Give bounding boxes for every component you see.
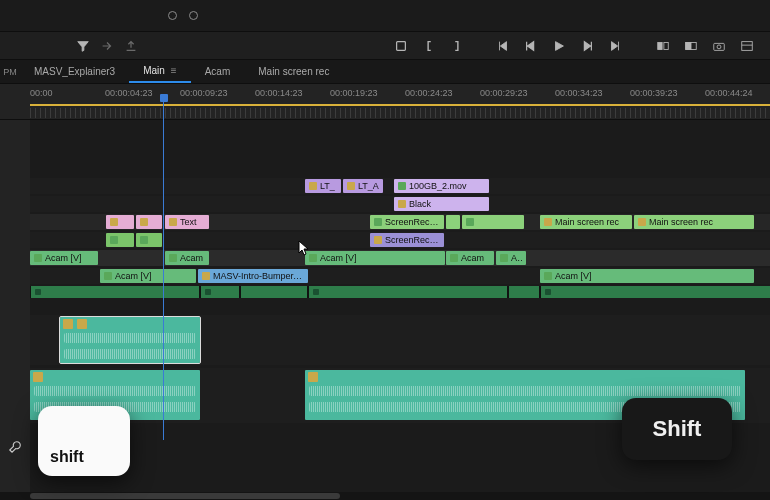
fx-icon: [169, 254, 177, 262]
fx-icon: [398, 182, 406, 190]
sequence-tabs: PM MASV_Explainer3 Main≡ Acam Main scree…: [0, 60, 770, 84]
svg-point-6: [717, 44, 721, 48]
fx-icon: [110, 236, 118, 244]
marker-circle-2[interactable]: [189, 11, 198, 20]
ruler-tick: 00:00:14:23: [255, 88, 303, 98]
tab-label: Main: [143, 65, 165, 76]
fx-icon: [638, 218, 646, 226]
tab-masv-explainer3[interactable]: MASV_Explainer3: [20, 60, 129, 83]
go-end-icon[interactable]: [608, 39, 622, 53]
tab-label: MASV_Explainer3: [34, 66, 115, 77]
clip-v2-1[interactable]: [106, 233, 134, 247]
topbar: [0, 0, 770, 32]
settings-panel-icon[interactable]: [740, 39, 754, 53]
ripple-icon[interactable]: [394, 39, 408, 53]
fx-icon: [544, 272, 552, 280]
play-icon[interactable]: [552, 39, 566, 53]
clip-v2-2[interactable]: [136, 233, 162, 247]
work-area-bar[interactable]: [30, 104, 770, 106]
insert-icon[interactable]: [656, 39, 670, 53]
fx-icon: [309, 254, 317, 262]
svg-rect-1: [658, 42, 662, 49]
fx-icon: [140, 218, 148, 226]
ruler-tick: 00:00:04:23: [105, 88, 153, 98]
svg-rect-0: [397, 41, 406, 50]
clip-text[interactable]: Text: [165, 215, 209, 229]
ruler-marks: [30, 108, 770, 118]
audio-clip-1[interactable]: [60, 317, 200, 363]
ruler-tick: 00:00:24:23: [405, 88, 453, 98]
clip-acamv-3[interactable]: Acam [V]: [305, 251, 445, 265]
clip-100gb[interactable]: 100GB_2.mov: [394, 179, 489, 193]
clip-bumper[interactable]: MASV-Intro-Bumper.mp4: [198, 269, 308, 283]
filter-icon[interactable]: [76, 39, 90, 53]
fx-icon: [33, 372, 43, 382]
clip-msr-1[interactable]: Main screen rec: [540, 215, 632, 229]
track-a1[interactable]: [30, 286, 770, 298]
clip-pink-1[interactable]: [106, 215, 134, 229]
filter-bar: [0, 32, 770, 60]
svg-rect-2: [664, 42, 668, 49]
clip-pink-2[interactable]: [136, 215, 162, 229]
overwrite-icon[interactable]: [684, 39, 698, 53]
fx-icon: [169, 218, 177, 226]
fx-icon: [110, 218, 118, 226]
ruler-tick: 00:00:19:23: [330, 88, 378, 98]
step-back-icon[interactable]: [524, 39, 538, 53]
arrow-forward-icon[interactable]: [100, 39, 114, 53]
go-start-icon[interactable]: [496, 39, 510, 53]
ruler-tick: 00:00:39:23: [630, 88, 678, 98]
ruler-tick: 00:00: [30, 88, 53, 98]
playhead[interactable]: [163, 98, 164, 440]
clip-msr-2[interactable]: Main screen rec: [634, 215, 754, 229]
clip-acamv-5[interactable]: Acam: [496, 251, 526, 265]
tab-acam[interactable]: Acam: [191, 60, 245, 83]
fx-icon: [398, 200, 406, 208]
export-icon[interactable]: [124, 39, 138, 53]
clip-acamv-1[interactable]: Acam [V]: [30, 251, 98, 265]
clip-lt2[interactable]: LT_A: [343, 179, 383, 193]
clip-acamv-c[interactable]: Acam [V]: [540, 269, 754, 283]
tab-label: Main screen rec: [258, 66, 329, 77]
fx-icon: [466, 218, 474, 226]
horizontal-scrollbar[interactable]: [0, 492, 770, 500]
scrollbar-thumb[interactable]: [30, 493, 340, 499]
clip-acamv-4[interactable]: Acam: [446, 251, 494, 265]
tab-label: Acam: [205, 66, 231, 77]
clip-black[interactable]: Black: [394, 197, 489, 211]
clip-acamv-2[interactable]: Acam: [165, 251, 209, 265]
ruler-tick: 00:00:34:23: [555, 88, 603, 98]
clip-green-3[interactable]: [462, 215, 524, 229]
fx-icon: [500, 254, 508, 262]
fx-icon: [34, 254, 42, 262]
step-forward-icon[interactable]: [580, 39, 594, 53]
pm-label: PM: [0, 60, 20, 83]
svg-rect-7: [742, 41, 753, 50]
clip-green-thin[interactable]: [446, 215, 460, 229]
tab-main-screen-rec[interactable]: Main screen rec: [244, 60, 343, 83]
clip-screenrec-spe[interactable]: ScreenRec_Spe: [370, 233, 444, 247]
fx-icon: [140, 236, 148, 244]
fx-icon: [544, 218, 552, 226]
bracket-left-icon[interactable]: [422, 39, 436, 53]
fx-icon: [450, 254, 458, 262]
ruler-tick: 00:00:29:23: [480, 88, 528, 98]
keycap-shift-left: shift: [38, 406, 130, 476]
fx-icon: [374, 236, 382, 244]
fx-icon: [202, 272, 210, 280]
time-ruler[interactable]: 00:00 00:00:04:23 00:00:09:23 00:00:14:2…: [0, 84, 770, 120]
fx-icon: [63, 319, 87, 329]
fx-icon: [309, 182, 317, 190]
tab-menu-icon[interactable]: ≡: [171, 65, 177, 76]
wrench-icon[interactable]: [8, 440, 22, 454]
clip-acamv-b[interactable]: Acam [V]: [100, 269, 196, 283]
clip-screenrec-sp[interactable]: ScreenRec_Sp: [370, 215, 444, 229]
clip-lt1[interactable]: LT_: [305, 179, 341, 193]
playhead-head-icon[interactable]: [160, 94, 168, 102]
camera-icon[interactable]: [712, 39, 726, 53]
tab-main[interactable]: Main≡: [129, 60, 191, 83]
marker-circle-1[interactable]: [168, 11, 177, 20]
bracket-right-icon[interactable]: [450, 39, 464, 53]
svg-rect-4: [686, 42, 691, 49]
svg-rect-5: [714, 43, 725, 50]
